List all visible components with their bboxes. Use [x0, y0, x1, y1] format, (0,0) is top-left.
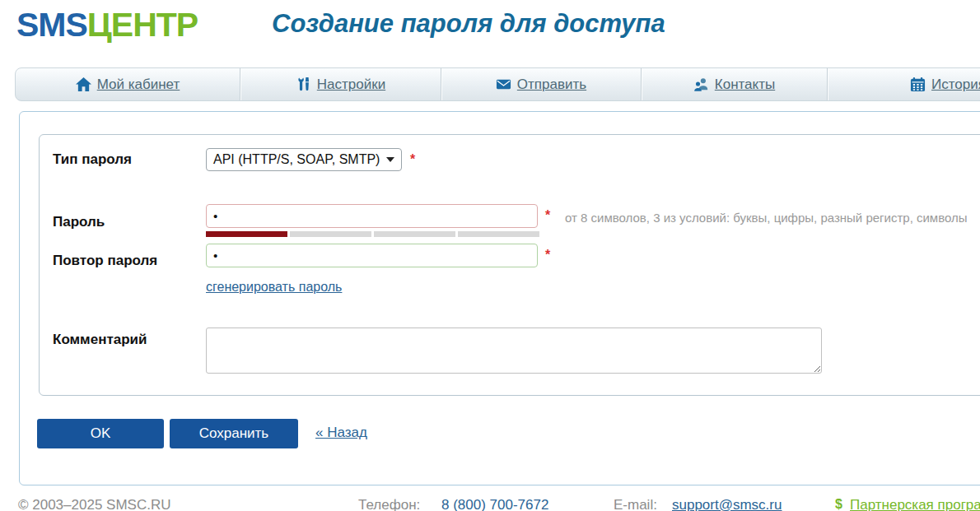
nav-label-settings: Настройки: [317, 77, 385, 93]
password-repeat-input[interactable]: [206, 244, 538, 267]
nav-item-contacts[interactable]: Контакты: [641, 68, 827, 100]
required-asterisk: *: [545, 208, 550, 223]
password-type-selected-value: API (HTTP/S, SOAP, SMTP): [213, 152, 380, 167]
email-link[interactable]: support@smsc.ru: [672, 497, 782, 511]
nav-item-history[interactable]: История: [827, 68, 980, 100]
comment-textarea[interactable]: [206, 328, 822, 374]
email-label: E-mail:: [614, 497, 657, 511]
password-strength-meter: [206, 231, 539, 237]
password-input[interactable]: [206, 204, 538, 228]
back-link[interactable]: « Назад: [315, 425, 367, 441]
nav-label-send: Отправить: [517, 77, 586, 93]
people-icon: [693, 77, 709, 92]
copyright-text: © 2003–2025 SMSC.RU: [18, 497, 170, 511]
logo[interactable]: SMSЦЕНТР: [16, 7, 198, 44]
strength-segment-filled: [206, 231, 287, 237]
password-form: Тип пароля API (HTTP/S, SOAP, SMTP) * Па…: [39, 134, 980, 396]
envelope-icon: [496, 77, 511, 92]
password-type-label: Тип пароля: [53, 151, 132, 168]
phone-link[interactable]: 8 (800) 700-7672: [441, 497, 548, 511]
main-nav: Мой кабинет Настройки Отправить Контак: [15, 67, 980, 101]
calendar-icon: [910, 77, 926, 92]
nav-label-contacts: Контакты: [715, 77, 775, 93]
strength-segment: [374, 231, 455, 237]
save-button[interactable]: Сохранить: [170, 419, 298, 448]
password-type-select[interactable]: API (HTTP/S, SOAP, SMTP): [206, 148, 402, 171]
strength-segment: [458, 231, 539, 237]
required-asterisk: *: [545, 248, 550, 262]
logo-centr: ЦЕНТР: [87, 6, 198, 44]
ok-button[interactable]: OK: [37, 419, 164, 448]
nav-item-send[interactable]: Отправить: [441, 68, 641, 100]
nav-label-my-cabinet: Мой кабинет: [97, 77, 180, 93]
nav-item-my-cabinet[interactable]: Мой кабинет: [16, 68, 240, 100]
page-title: Создание пароля для доступа: [272, 9, 665, 39]
comment-label: Комментарий: [53, 332, 147, 348]
logo-sms: SMS: [16, 6, 87, 44]
generate-password-link[interactable]: сгенерировать пароль: [206, 280, 342, 295]
strength-segment: [290, 231, 371, 237]
nav-item-settings[interactable]: Настройки: [240, 68, 441, 100]
password-repeat-label: Повтор пароля: [53, 253, 157, 269]
partner-money-icon: $: [835, 497, 842, 511]
page: SMSЦЕНТР Создание пароля для доступа Мой…: [0, 0, 980, 511]
phone-label: Телефон:: [358, 497, 420, 511]
tools-icon: [296, 77, 311, 92]
partner-program-link[interactable]: Партнерская программа: [850, 497, 980, 511]
home-icon: [76, 77, 91, 92]
password-requirements-hint: от 8 символов, 3 из условий: буквы, цифр…: [565, 211, 968, 225]
password-label: Пароль: [53, 214, 105, 230]
nav-label-history: История: [931, 77, 980, 93]
chevron-down-icon: [386, 157, 394, 162]
required-asterisk: *: [410, 152, 415, 167]
